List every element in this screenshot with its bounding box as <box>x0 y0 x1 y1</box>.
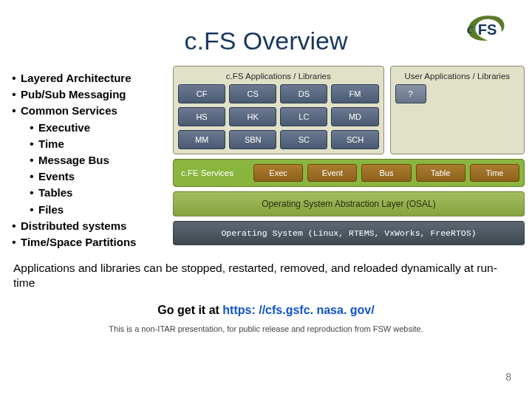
app-box: SBN <box>229 130 276 149</box>
app-box: SCH <box>331 130 378 149</box>
app-box: HK <box>229 107 276 126</box>
cfe-service: Time <box>470 164 519 182</box>
cfe-service: Table <box>416 164 466 182</box>
cta-line: Go get it at https: //cfs.gsfc. nasa. go… <box>0 290 532 317</box>
cfe-service: Exec <box>253 164 303 182</box>
bullet-item: Common Services <box>7 103 168 119</box>
architecture-diagram: c.FS Applications / Libraries CF CS DS F… <box>173 66 525 250</box>
app-box: DS <box>280 84 327 103</box>
svg-text:c: c <box>467 21 473 36</box>
cta-url: https: //cfs.gsfc. nasa. gov/ <box>222 304 374 316</box>
page-number: 8 <box>505 371 511 383</box>
app-box: CS <box>229 84 276 103</box>
bullet-item: Time/Space Partitions <box>7 234 168 250</box>
bullet-item: Layered Architecture <box>7 70 168 86</box>
bullet-sub: Files <box>25 202 168 218</box>
app-box: CF <box>178 84 225 103</box>
bullet-sub: Time <box>25 136 168 152</box>
cfs-logo: c FS <box>463 13 513 43</box>
cfe-service: Event <box>307 164 357 182</box>
bullet-sub: Events <box>25 168 168 185</box>
user-apps-title: User Applications / Libraries <box>405 70 511 84</box>
bullet-sub: Message Bus <box>25 152 168 168</box>
svg-text:FS: FS <box>478 21 497 38</box>
bullet-item: Pub/Sub Messaging <box>7 86 168 103</box>
bullet-sub: Tables <box>25 185 168 201</box>
bullet-sub: Executive <box>25 120 168 136</box>
app-box: MM <box>178 130 225 149</box>
cfe-service: Bus <box>361 164 411 182</box>
app-box: MD <box>331 107 378 126</box>
cfs-apps-panel: c.FS Applications / Libraries CF CS DS F… <box>173 66 384 154</box>
os-layer: Operating System (Linux, RTEMS, VxWorks,… <box>173 221 525 245</box>
app-box: LC <box>280 107 327 126</box>
app-box: HS <box>178 107 225 126</box>
runtime-note: Applications and libraries can be stoppe… <box>0 250 532 290</box>
disclaimer: This is a non-ITAR presentation, for pub… <box>0 317 532 333</box>
cfe-label: c.FE Services <box>178 168 249 177</box>
osal-layer: Operating System Abstraction Layer (OSAL… <box>173 191 525 216</box>
app-box: FM <box>331 84 378 103</box>
user-apps-panel: User Applications / Libraries ? <box>390 66 525 154</box>
feature-bullets: Layered Architecture Pub/Sub Messaging C… <box>7 66 168 250</box>
cfe-services-row: c.FE Services Exec Event Bus Table Time <box>173 159 525 187</box>
slide-title: c.FS Overview <box>0 0 532 66</box>
app-box: SC <box>280 130 327 149</box>
bullet-item: Distributed systems <box>7 218 168 234</box>
cta-prefix: Go get it at <box>157 304 222 316</box>
cfs-apps-title: c.FS Applications / Libraries <box>178 70 379 84</box>
user-app-box: ? <box>395 84 426 103</box>
